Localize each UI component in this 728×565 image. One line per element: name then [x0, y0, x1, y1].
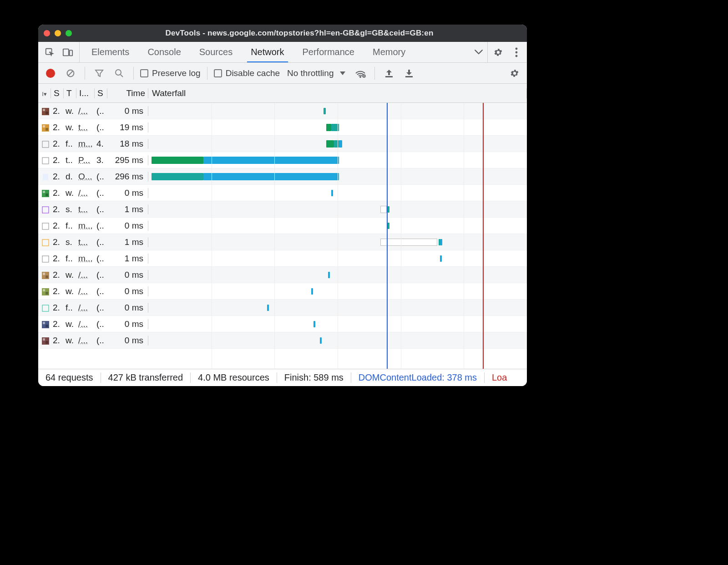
- row-type-icon: [38, 336, 51, 346]
- download-har-icon[interactable]: [401, 65, 417, 82]
- status-load: Loa: [485, 372, 514, 383]
- inspect-element-icon[interactable]: [41, 42, 58, 63]
- svg-rect-19: [42, 158, 49, 164]
- record-button[interactable]: [43, 65, 58, 82]
- chevron-down-icon: [340, 71, 345, 75]
- col-time[interactable]: Time: [107, 88, 148, 98]
- disable-cache-checkbox[interactable]: Disable cache: [214, 68, 280, 78]
- window-controls: [44, 30, 72, 36]
- row-type-icon: [38, 139, 51, 149]
- clear-icon[interactable]: [63, 65, 78, 82]
- throttling-select[interactable]: No throttling: [284, 68, 348, 78]
- panel-tabs: ElementsConsoleSourcesNetworkPerformance…: [38, 42, 527, 63]
- svg-rect-20: [43, 174, 48, 180]
- request-row[interactable]: 2.f..m...(..1 ms: [38, 250, 527, 267]
- tabs-left-tools: [38, 42, 80, 62]
- tab-memory[interactable]: Memory: [364, 42, 415, 62]
- network-conditions-icon[interactable]: [353, 65, 368, 82]
- svg-rect-11: [405, 76, 413, 77]
- request-row[interactable]: 〈〉2.s.t...(..1 ms: [38, 234, 527, 250]
- svg-rect-34: [46, 292, 48, 295]
- request-row[interactable]: T2.f../...(..0 ms: [38, 300, 527, 316]
- search-icon[interactable]: [111, 65, 127, 82]
- status-finish: Finish: 589 ms: [277, 372, 351, 383]
- close-button[interactable]: [44, 30, 50, 36]
- status-transferred: 427 kB transferred: [101, 372, 191, 383]
- status-resources: 4.0 MB resources: [191, 372, 277, 383]
- request-row[interactable]: 2.f..m...4.18 ms: [38, 136, 527, 152]
- row-type-icon: [38, 286, 51, 296]
- svg-rect-33: [43, 289, 45, 291]
- row-type-icon: [38, 188, 51, 198]
- svg-rect-41: [43, 338, 45, 341]
- tab-network[interactable]: Network: [242, 42, 293, 62]
- request-row[interactable]: 2.w./...(..0 ms: [38, 103, 527, 119]
- preserve-log-label: Preserve log: [152, 68, 201, 78]
- window-titlebar: DevTools - news.google.com/topstories?hl…: [38, 25, 527, 42]
- status-dcl: DOMContentLoaded: 378 ms: [351, 372, 485, 383]
- request-row[interactable]: 2.w./...(..0 ms: [38, 316, 527, 332]
- device-toggle-icon[interactable]: [59, 42, 76, 63]
- svg-rect-28: [42, 256, 49, 262]
- row-type-icon: [38, 122, 51, 132]
- tab-sources[interactable]: Sources: [190, 42, 242, 62]
- row-type-icon: [38, 270, 51, 280]
- row-type-icon: [38, 221, 51, 231]
- request-row[interactable]: 2.w./...(..0 ms: [38, 185, 527, 201]
- network-settings-icon[interactable]: [507, 65, 522, 82]
- svg-rect-16: [43, 125, 45, 127]
- row-type-icon: [38, 319, 51, 329]
- panel-tablist: ElementsConsoleSourcesNetworkPerformance…: [80, 42, 470, 62]
- svg-rect-2: [70, 50, 72, 56]
- svg-rect-17: [46, 128, 48, 131]
- status-bar: 64 requests 427 kB transferred 4.0 MB re…: [38, 369, 527, 386]
- col-status[interactable]: S: [51, 88, 64, 98]
- svg-rect-35: T: [42, 305, 49, 311]
- row-type-icon: T: [38, 303, 51, 313]
- row-type-icon: [38, 106, 51, 116]
- svg-point-4: [516, 51, 518, 53]
- col-icon[interactable]: I▾: [38, 88, 51, 98]
- svg-point-5: [516, 55, 518, 57]
- row-type-icon: [38, 155, 51, 165]
- row-type-icon: [38, 254, 51, 264]
- tabs-right-tools: [487, 42, 527, 62]
- col-waterfall[interactable]: Waterfall: [148, 88, 527, 98]
- minimize-button[interactable]: [55, 30, 61, 36]
- disable-cache-label: Disable cache: [226, 68, 280, 78]
- tab-console[interactable]: Console: [138, 42, 190, 62]
- preserve-log-checkbox[interactable]: Preserve log: [140, 68, 201, 78]
- svg-point-8: [360, 76, 361, 77]
- upload-har-icon[interactable]: [381, 65, 397, 82]
- zoom-button[interactable]: [66, 30, 72, 36]
- request-row[interactable]: 2.d.O...(..296 ms: [38, 168, 527, 185]
- svg-rect-25: [42, 223, 49, 229]
- col-initiator[interactable]: I...: [76, 88, 95, 98]
- svg-rect-22: [43, 191, 45, 193]
- svg-rect-14: [46, 112, 48, 114]
- status-requests: 64 requests: [38, 372, 101, 383]
- request-row[interactable]: 2.w.t...(..19 ms: [38, 119, 527, 136]
- more-tabs-icon[interactable]: [470, 42, 487, 63]
- request-row[interactable]: 2.t..P...3.295 ms: [38, 152, 527, 168]
- svg-rect-31: [46, 275, 48, 278]
- tab-elements[interactable]: Elements: [82, 42, 138, 62]
- row-type-icon: [38, 204, 51, 214]
- request-row[interactable]: 2.f..m...(..0 ms: [38, 218, 527, 234]
- svg-rect-13: [43, 109, 45, 111]
- svg-rect-18: [42, 141, 49, 148]
- svg-rect-38: [43, 322, 45, 324]
- svg-rect-42: [46, 341, 48, 344]
- svg-rect-26: 〈〉: [42, 239, 49, 246]
- tab-performance[interactable]: Performance: [293, 42, 364, 62]
- filter-icon[interactable]: [91, 65, 107, 82]
- settings-icon[interactable]: [490, 42, 507, 63]
- network-toolbar: Preserve log Disable cache No throttling: [38, 63, 527, 84]
- col-size[interactable]: S: [95, 88, 107, 98]
- request-row[interactable]: 2.w./...(..0 ms: [38, 267, 527, 283]
- col-type[interactable]: T: [64, 88, 76, 98]
- request-row[interactable]: 2.w./...(..0 ms: [38, 283, 527, 300]
- kebab-menu-icon[interactable]: [508, 42, 525, 63]
- request-row[interactable]: 2.s.t...(..1 ms: [38, 201, 527, 218]
- request-row[interactable]: 2.w./...(..0 ms: [38, 332, 527, 349]
